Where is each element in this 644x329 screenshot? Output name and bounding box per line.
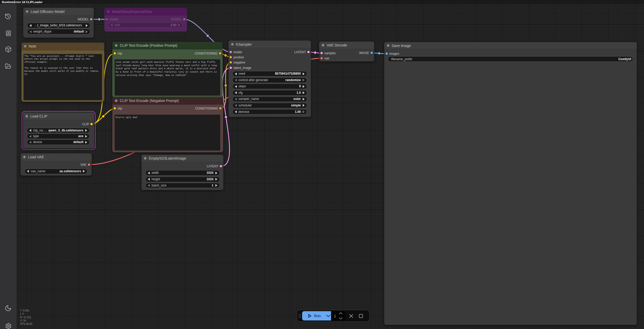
svg-text:1: 1 — [334, 314, 336, 318]
svg-text:Run: Run — [314, 314, 321, 318]
